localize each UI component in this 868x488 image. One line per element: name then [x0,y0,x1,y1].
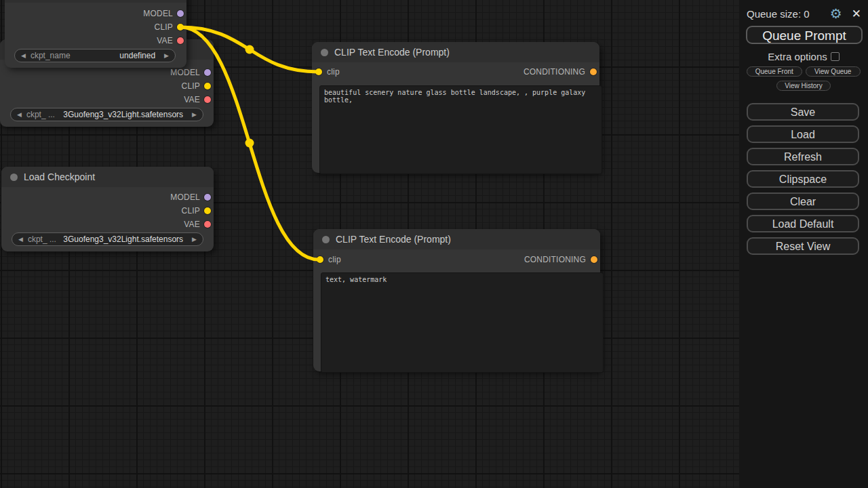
view-queue-button[interactable]: View Queue [806,66,861,77]
input-label-clip: clip [328,255,341,264]
widget-value: undefined [75,51,159,60]
vae-output-slot[interactable] [177,37,184,44]
node-load-checkpoint[interactable]: Load Checkpoint MODEL CLIP VAE ◀ ckpt_ .… [1,167,214,251]
extra-options-label: Extra options [768,51,827,62]
conditioning-output-slot[interactable] [591,256,597,263]
settings-gear-icon[interactable]: ⚙ [830,7,842,20]
clip-input-slot[interactable] [317,256,323,263]
output-label-clip: CLIP [182,81,200,91]
close-icon[interactable]: ✕ [852,8,861,20]
queue-prompt-button[interactable]: Queue Prompt [746,26,863,44]
combo-right-arrow-icon[interactable]: ▶ [192,112,197,118]
input-label-clip: clip [327,67,340,77]
node-status-dot-icon[interactable] [322,236,330,243]
node-clip-text-encode-positive[interactable]: CLIP Text Encode (Prompt) clip CONDITION… [312,42,599,173]
clip-input-slot[interactable] [315,68,322,75]
combo-left-arrow-icon[interactable]: ◀ [21,53,26,59]
output-label-model: MODEL [170,68,200,77]
combo-right-arrow-icon[interactable]: ▶ [164,53,169,59]
load-button[interactable]: Load [747,125,859,143]
prompt-textarea[interactable]: text, watermark [321,272,604,373]
ckpt-name-combo-widget[interactable]: ◀ ckpt_ ... 3Guofeng3_v32Light.safetenso… [12,232,203,246]
node-title-bar[interactable]: CLIP Text Encode (Prompt) [313,229,600,249]
widget-name: ckpt_ ... [26,110,55,119]
reset-view-button[interactable]: Reset View [747,237,859,255]
node-title: CLIP Text Encode (Prompt) [336,234,451,245]
conditioning-output-slot[interactable] [590,68,597,75]
combo-left-arrow-icon[interactable]: ◀ [17,112,22,118]
output-label-clip: CLIP [155,22,173,32]
node-title-bar[interactable]: Load Checkpoint [1,167,214,187]
node-clip-text-encode-negative[interactable]: CLIP Text Encode (Prompt) clip CONDITION… [313,229,600,371]
widget-name: ckpt_name [31,51,71,60]
clip-output-slot[interactable] [177,24,184,30]
vae-output-slot[interactable] [204,96,211,103]
link-midpoint-dot[interactable] [245,139,254,148]
clear-button[interactable]: Clear [747,192,859,210]
node-status-dot-icon[interactable] [10,174,18,181]
output-label-clip: CLIP [182,206,200,216]
combo-right-arrow-icon[interactable]: ▶ [192,237,197,243]
output-label-model: MODEL [143,9,173,18]
output-label-conditioning: CONDITIONING [524,67,585,77]
load-default-button[interactable]: Load Default [747,215,859,232]
save-button[interactable]: Save [747,103,859,121]
output-label-vae: VAE [157,36,173,45]
clip-output-slot[interactable] [204,83,211,89]
node-title: Load Checkpoint [24,171,95,182]
ckpt-name-combo-widget[interactable]: ◀ ckpt_ ... 3Guofeng3_v32Light.safetenso… [10,108,203,121]
node-title-bar[interactable]: CLIP Text Encode (Prompt) [312,42,599,62]
model-output-slot[interactable] [204,194,211,201]
node-status-dot-icon[interactable] [321,49,328,56]
widget-value: 3Guofeng3_v32Light.safetensors [61,235,187,244]
output-label-conditioning: CONDITIONING [524,255,586,264]
combo-left-arrow-icon[interactable]: ◀ [18,237,23,243]
link-midpoint-dot[interactable] [245,45,254,54]
clipspace-button[interactable]: Clipspace [747,170,859,188]
widget-value: 3Guofeng3_v32Light.safetensors [60,110,187,119]
output-label-vae: VAE [184,95,200,104]
node-checkpoint-loader-top[interactable]: MODEL CLIP VAE ◀ ckpt_name undefined ▶ [5,0,186,68]
ckpt-name-combo-widget[interactable]: ◀ ckpt_name undefined ▶ [14,49,176,62]
vae-output-slot[interactable] [204,221,211,228]
queue-size-label: Queue size: 0 [747,8,830,20]
node-title: CLIP Text Encode (Prompt) [334,47,450,58]
widget-name: ckpt_ ... [28,235,56,244]
comfy-menu-panel: Queue size: 0 ⚙ ✕ Queue Prompt Extra opt… [739,0,868,488]
view-history-button[interactable]: View History [776,81,831,91]
refresh-button[interactable]: Refresh [747,148,859,165]
clip-output-slot[interactable] [204,207,211,214]
model-output-slot[interactable] [204,69,211,76]
queue-front-button[interactable]: Queue Front [747,66,802,77]
output-label-model: MODEL [170,192,200,202]
model-output-slot[interactable] [177,10,184,17]
output-label-vae: VAE [184,220,200,229]
extra-options-checkbox[interactable] [831,52,840,61]
prompt-textarea[interactable]: beautiful scenery nature glass bottle la… [319,85,602,174]
